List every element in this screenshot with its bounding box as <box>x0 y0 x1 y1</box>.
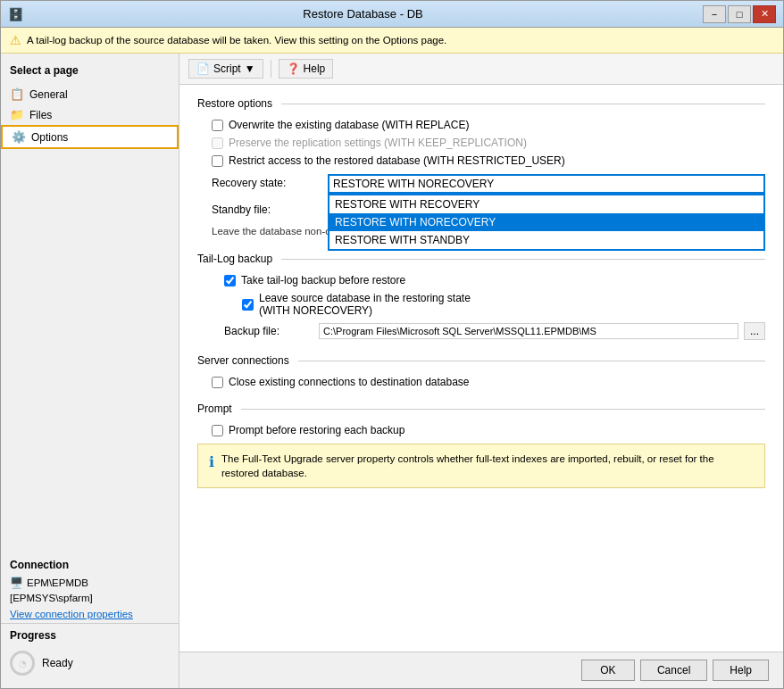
close-connections-label: Close existing connections to destinatio… <box>229 376 470 388</box>
footer: OK Cancel Help <box>179 652 783 688</box>
overwrite-checkbox[interactable] <box>212 120 223 131</box>
restore-options-section: Restore options Overwrite the existing d… <box>197 97 765 238</box>
connection-header: Connection <box>1 553 179 575</box>
preserve-checkbox <box>212 137 223 149</box>
sidebar: Select a page 📋 General 📁 Files ⚙️ Optio… <box>1 54 179 688</box>
server-connections-header: Server connections <box>197 354 765 367</box>
restrict-checkbox[interactable] <box>212 155 223 167</box>
maximize-button[interactable]: □ <box>728 5 751 23</box>
content-panel: 📄 Script ▼ ❓ Help Restore options <box>179 54 783 688</box>
recovery-dropdown-wrapper: RESTORE WITH RECOVERY RESTORE WITH NOREC… <box>328 174 765 194</box>
dropdown-option-norecovery[interactable]: RESTORE WITH NORECOVERY <box>329 213 763 231</box>
progress-header: Progress <box>1 623 179 645</box>
script-dropdown-icon: ▼ <box>245 62 255 75</box>
options-icon: ⚙️ <box>12 130 26 144</box>
sidebar-item-files[interactable]: 📁 Files <box>1 104 179 125</box>
server-connections-label: Server connections <box>197 354 298 367</box>
leave-source-checkbox[interactable] <box>242 299 254 311</box>
server-icon: 🖥️ <box>10 577 23 589</box>
browse-button[interactable]: ... <box>744 322 765 340</box>
prompt-label: Prompt <box>197 403 241 415</box>
backup-file-row: Backup file: ... <box>224 322 765 340</box>
preserve-option-row: Preserve the replication settings (WITH … <box>197 137 765 149</box>
general-icon: 📋 <box>10 87 24 101</box>
overwrite-option-row: Overwrite the existing database (WITH RE… <box>197 119 765 131</box>
prompt-backup-label: Prompt before restoring each backup <box>229 424 405 436</box>
take-taillog-label: Take tail-log backup before restore <box>241 274 405 286</box>
restore-options-hr <box>281 104 765 104</box>
sidebar-header: Select a page <box>1 61 179 84</box>
leave-source-row: Leave source database in the restoring s… <box>197 292 765 317</box>
connection-user-text: [EPMSYS\spfarm] <box>10 593 93 603</box>
take-backup-row: Take tail-log backup before restore <box>197 274 765 286</box>
connection-server: 🖥️ EPM\EPMDB <box>1 575 179 591</box>
server-connections-hr <box>298 361 765 361</box>
script-icon: 📄 <box>196 62 210 75</box>
taillog-section: Tail-Log backup Take tail-log backup bef… <box>197 253 765 340</box>
script-button[interactable]: 📄 Script ▼ <box>188 59 263 79</box>
sidebar-files-label: Files <box>29 109 52 121</box>
info-icon: ℹ <box>209 452 214 472</box>
connection-user: [EPMSYS\spfarm] <box>1 591 179 605</box>
dropdown-option-standby[interactable]: RESTORE WITH STANDBY <box>329 231 763 249</box>
script-label: Script <box>213 62 241 75</box>
take-taillog-checkbox[interactable] <box>224 275 236 286</box>
window-title: Restore Database - DB <box>23 7 703 21</box>
window-controls: − □ ✕ <box>703 5 776 23</box>
restore-options-label: Restore options <box>197 97 281 110</box>
taillog-hr <box>281 259 765 260</box>
warning-icon: ⚠ <box>10 33 21 47</box>
sidebar-general-label: General <box>29 88 68 101</box>
cancel-button[interactable]: Cancel <box>640 660 707 681</box>
close-connections-checkbox[interactable] <box>212 377 223 388</box>
recovery-state-row: Recovery state: RESTORE WITH RECOVERY RE… <box>212 174 765 194</box>
app-icon: 🗄️ <box>8 7 23 21</box>
toolbar-separator <box>271 60 271 78</box>
main-area: Select a page 📋 General 📁 Files ⚙️ Optio… <box>1 54 783 688</box>
close-button[interactable]: ✕ <box>753 5 776 23</box>
minimize-button[interactable]: − <box>703 5 726 23</box>
warning-text: A tail-log backup of the source database… <box>27 35 446 46</box>
main-window: 🗄️ Restore Database - DB − □ ✕ ⚠ A tail-… <box>0 0 784 689</box>
taillog-header: Tail-Log backup <box>197 253 765 265</box>
restrict-option-row: Restrict access to the restored database… <box>197 154 765 167</box>
prompt-backup-row: Prompt before restoring each backup <box>197 424 765 436</box>
info-box: ℹ The Full-Text Upgrade server property … <box>197 444 765 488</box>
backup-file-input[interactable] <box>319 323 738 339</box>
restore-options-header: Restore options <box>197 97 765 110</box>
help-footer-button[interactable]: Help <box>713 660 769 681</box>
preserve-label: Preserve the replication settings (WITH … <box>229 137 527 149</box>
leave-source-sub: (WITH NORECOVERY) <box>259 304 372 317</box>
title-bar: 🗄️ Restore Database - DB − □ ✕ <box>1 1 783 28</box>
ok-button[interactable]: OK <box>581 660 635 681</box>
view-connection-link[interactable]: View connection properties <box>1 605 179 623</box>
progress-status: Ready <box>42 657 73 669</box>
recovery-dropdown-list: RESTORE WITH RECOVERY RESTORE WITH NOREC… <box>328 194 765 251</box>
prompt-backup-checkbox[interactable] <box>212 425 223 436</box>
restrict-label: Restrict access to the restored database… <box>229 154 565 167</box>
files-icon: 📁 <box>10 108 24 121</box>
warning-bar: ⚠ A tail-log backup of the source databa… <box>1 28 783 54</box>
progress-spinner: ◔ <box>10 651 35 676</box>
dropdown-option-recovery[interactable]: RESTORE WITH RECOVERY <box>329 195 763 213</box>
overwrite-label: Overwrite the existing database (WITH RE… <box>229 119 469 131</box>
sidebar-item-options[interactable]: ⚙️ Options <box>1 125 179 149</box>
prompt-section: Prompt Prompt before restoring each back… <box>197 403 765 488</box>
help-button[interactable]: ❓ Help <box>279 59 334 79</box>
server-connections-section: Server connections Close existing connec… <box>197 354 765 388</box>
progress-area: ◔ Ready <box>1 645 179 681</box>
prompt-section-header: Prompt <box>197 403 765 415</box>
backup-file-label: Backup file: <box>224 325 313 337</box>
info-text: The Full-Text Upgrade server property co… <box>221 452 754 480</box>
toolbar: 📄 Script ▼ ❓ Help <box>179 54 783 85</box>
help-label: Help <box>304 62 326 75</box>
sidebar-item-general[interactable]: 📋 General <box>1 84 179 104</box>
leave-source-text: Leave source database in the restoring s… <box>259 292 471 304</box>
recovery-dropdown[interactable]: RESTORE WITH RECOVERY RESTORE WITH NOREC… <box>328 174 765 194</box>
sidebar-options-label: Options <box>31 131 68 144</box>
prompt-hr <box>241 409 765 410</box>
server-name: EPM\EPMDB <box>27 577 88 588</box>
close-connections-row: Close existing connections to destinatio… <box>197 376 765 388</box>
recovery-label: Recovery state: <box>212 174 319 189</box>
leave-source-label: Leave source database in the restoring s… <box>259 292 471 317</box>
